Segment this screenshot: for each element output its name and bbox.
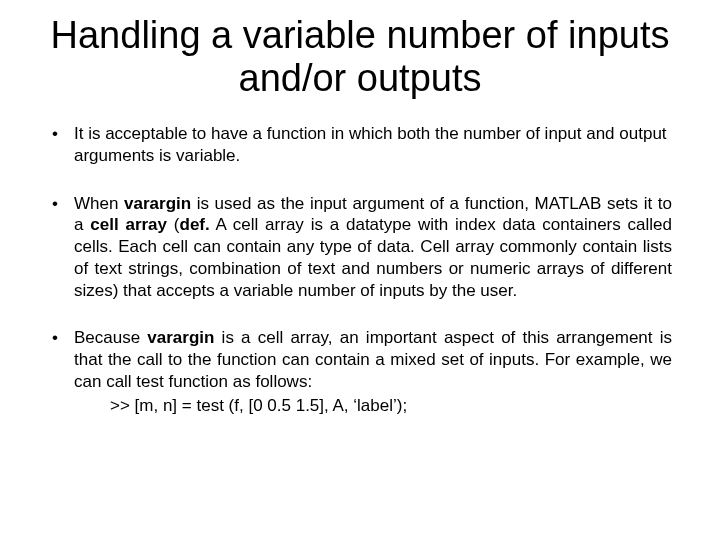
- text-run: When: [74, 194, 124, 213]
- bullet-item: Because varargin is a cell array, an imp…: [48, 327, 672, 392]
- term-def: def.: [180, 215, 210, 234]
- keyword-varargin: varargin: [124, 194, 191, 213]
- slide: Handling a variable number of inputs and…: [0, 0, 720, 540]
- text-run: Because: [74, 328, 147, 347]
- bullet-item: When varargin is used as the input argum…: [48, 193, 672, 302]
- code-example: >> [m, n] = test (f, [0 0.5 1.5], A, ‘la…: [48, 395, 672, 417]
- bullet-item: It is acceptable to have a function in w…: [48, 123, 672, 167]
- text-run: (: [167, 215, 179, 234]
- term-cell-array: cell array: [90, 215, 167, 234]
- bullet-list: It is acceptable to have a function in w…: [48, 123, 672, 393]
- slide-title: Handling a variable number of inputs and…: [48, 14, 672, 99]
- bullet-text: It is acceptable to have a function in w…: [74, 124, 667, 165]
- keyword-varargin: varargin: [147, 328, 214, 347]
